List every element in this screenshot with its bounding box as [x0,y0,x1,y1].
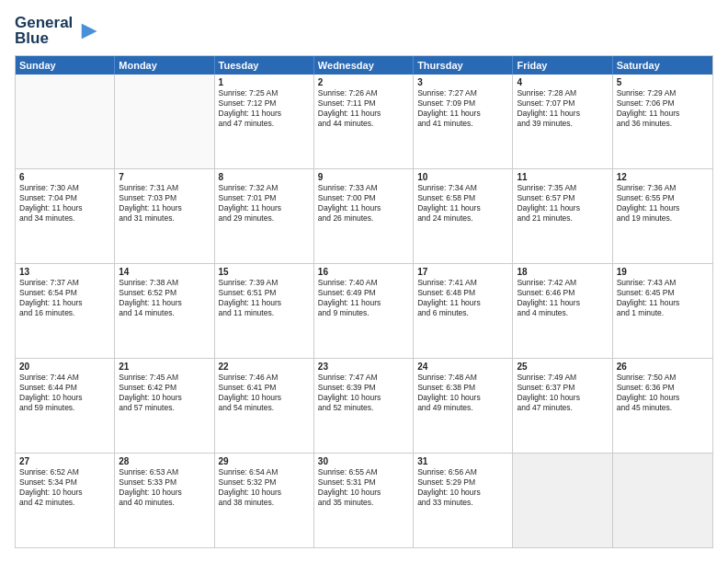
cell-info-line: and 52 minutes. [318,403,409,413]
day-number: 27 [19,456,110,466]
day-number: 7 [119,172,210,182]
cell-info-line: Daylight: 10 hours [119,488,210,498]
cell-info-line: Sunrise: 7:31 AM [119,183,210,193]
cell-info-line: Sunrise: 7:28 AM [517,88,608,98]
cell-info-line: Sunset: 6:45 PM [617,288,709,298]
day-number: 20 [19,362,110,372]
cell-info-line: Sunrise: 6:55 AM [318,467,409,477]
calendar-row: 1Sunrise: 7:25 AMSunset: 7:12 PMDaylight… [16,75,712,168]
weekday-header: Wednesday [314,56,414,75]
day-number: 23 [318,362,409,372]
day-number: 25 [517,362,608,372]
cell-info-line: Daylight: 11 hours [19,298,110,308]
day-number: 3 [417,77,508,87]
cell-info-line: and 9 minutes. [318,308,409,318]
calendar-cell: 1Sunrise: 7:25 AMSunset: 7:12 PMDaylight… [215,75,314,168]
cell-info-line: Sunset: 7:07 PM [517,98,608,109]
cell-info-line: Sunrise: 7:29 AM [617,88,709,98]
cell-info-line: Sunrise: 7:30 AM [19,183,110,193]
calendar-cell: 4Sunrise: 7:28 AMSunset: 7:07 PMDaylight… [513,75,612,168]
calendar-cell: 6Sunrise: 7:30 AMSunset: 7:04 PMDaylight… [16,169,115,263]
cell-info-line: and 44 minutes. [318,119,409,129]
calendar-cell: 18Sunrise: 7:42 AMSunset: 6:46 PMDayligh… [513,264,612,358]
calendar-cell: 15Sunrise: 7:39 AMSunset: 6:51 PMDayligh… [215,264,314,358]
cell-info-line: Sunset: 5:29 PM [417,477,508,488]
calendar-cell: 10Sunrise: 7:34 AMSunset: 6:58 PMDayligh… [414,169,513,263]
cell-info-line: Sunset: 6:55 PM [617,193,709,203]
weekday-header: Sunday [16,56,115,75]
cell-info-line: and 49 minutes. [417,403,508,413]
calendar-row: 13Sunrise: 7:37 AMSunset: 6:54 PMDayligh… [16,263,712,358]
day-number: 21 [119,362,210,372]
cell-info-line: Sunrise: 7:49 AM [517,373,608,383]
cell-info-line: Sunset: 6:57 PM [517,193,608,203]
calendar: SundayMondayTuesdayWednesdayThursdayFrid… [15,55,713,548]
calendar-cell: 25Sunrise: 7:49 AMSunset: 6:37 PMDayligh… [513,359,612,453]
day-number: 8 [219,172,310,182]
cell-info-line: and 6 minutes. [417,308,508,318]
cell-info-line: and 21 minutes. [517,213,608,224]
calendar-cell: 3Sunrise: 7:27 AMSunset: 7:09 PMDaylight… [414,75,513,168]
cell-info-line: Sunset: 6:48 PM [417,288,508,298]
day-number: 4 [517,77,608,87]
cell-info-line: and 24 minutes. [417,213,508,224]
calendar-body: 1Sunrise: 7:25 AMSunset: 7:12 PMDaylight… [16,75,712,547]
cell-info-line: Sunset: 7:03 PM [119,193,210,203]
cell-info-line: Sunset: 6:54 PM [19,288,110,298]
calendar-header: SundayMondayTuesdayWednesdayThursdayFrid… [16,56,712,75]
day-number: 2 [318,77,409,87]
cell-info-line: and 16 minutes. [19,308,110,318]
cell-info-line: Sunrise: 7:43 AM [617,278,709,288]
cell-info-line: Daylight: 11 hours [517,203,608,213]
calendar-cell: 20Sunrise: 7:44 AMSunset: 6:44 PMDayligh… [16,359,115,453]
logo-arrow-icon: ► [76,17,102,43]
cell-info-line: Sunrise: 7:37 AM [19,278,110,288]
day-number: 22 [219,362,310,372]
cell-info-line: and 11 minutes. [219,308,310,318]
cell-info-line: Sunrise: 7:44 AM [19,373,110,383]
calendar-cell: 9Sunrise: 7:33 AMSunset: 7:00 PMDaylight… [314,169,414,263]
cell-info-line: Sunset: 6:37 PM [517,383,608,393]
cell-info-line: and 33 minutes. [417,498,508,508]
cell-info-line: Sunset: 5:33 PM [119,477,210,488]
cell-info-line: Daylight: 11 hours [517,298,608,308]
day-number: 11 [517,172,608,182]
cell-info-line: Daylight: 10 hours [219,393,310,403]
calendar-cell: 16Sunrise: 7:40 AMSunset: 6:49 PMDayligh… [314,264,414,358]
weekday-header: Tuesday [215,56,314,75]
cell-info-line: Sunrise: 7:35 AM [517,183,608,193]
logo-general: General [15,15,73,30]
day-number: 19 [617,267,709,277]
calendar-row: 27Sunrise: 6:52 AMSunset: 5:34 PMDayligh… [16,453,712,547]
cell-info-line: Daylight: 11 hours [219,298,310,308]
day-number: 28 [119,456,210,466]
cell-info-line: Sunrise: 7:38 AM [119,278,210,288]
cell-info-line: and 54 minutes. [219,403,310,413]
cell-info-line: and 39 minutes. [517,119,608,129]
weekday-header: Thursday [414,56,513,75]
cell-info-line: Daylight: 11 hours [517,109,608,119]
cell-info-line: Sunset: 6:41 PM [219,383,310,393]
cell-info-line: Sunset: 6:46 PM [517,288,608,298]
cell-info-line: Daylight: 11 hours [219,109,310,119]
cell-info-line: Daylight: 11 hours [119,298,210,308]
cell-info-line: Sunrise: 6:54 AM [219,467,310,477]
cell-info-line: Sunrise: 7:50 AM [617,373,709,383]
day-number: 24 [417,362,508,372]
cell-info-line: Sunrise: 7:45 AM [119,373,210,383]
cell-info-line: Daylight: 11 hours [119,203,210,213]
cell-info-line: Daylight: 11 hours [318,298,409,308]
cell-info-line: and 38 minutes. [219,498,310,508]
cell-info-line: Daylight: 11 hours [318,109,409,119]
day-number: 10 [417,172,508,182]
cell-info-line: Sunset: 6:52 PM [119,288,210,298]
cell-info-line: Sunrise: 7:46 AM [219,373,310,383]
cell-info-line: Daylight: 10 hours [119,393,210,403]
calendar-cell: 27Sunrise: 6:52 AMSunset: 5:34 PMDayligh… [16,454,115,547]
cell-info-line: and 47 minutes. [219,119,310,129]
cell-info-line: and 1 minute. [617,308,709,318]
cell-info-line: Sunrise: 7:36 AM [617,183,709,193]
day-number: 26 [617,362,709,372]
weekday-header: Saturday [613,56,712,75]
cell-info-line: Daylight: 11 hours [318,203,409,213]
